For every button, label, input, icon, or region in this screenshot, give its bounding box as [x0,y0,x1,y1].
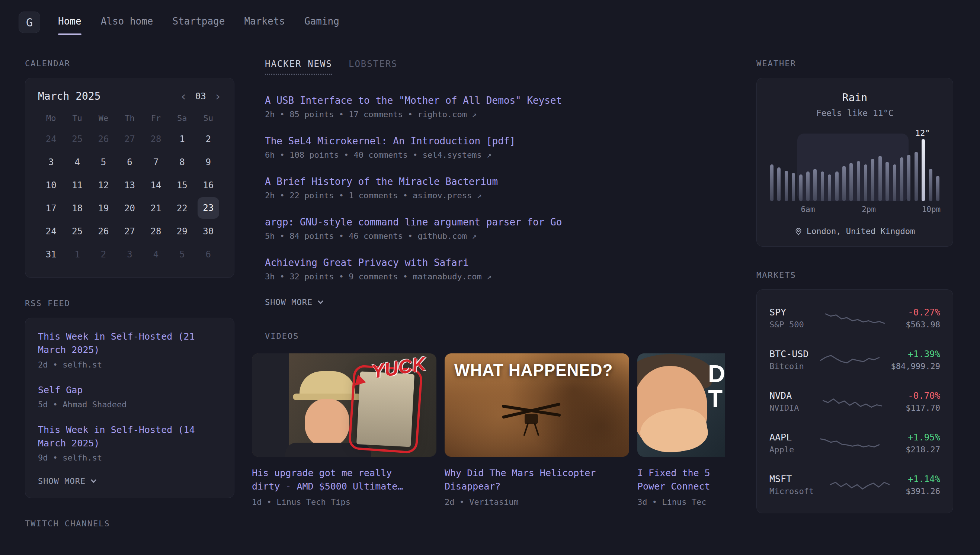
rss-widget: RSS FEED This Week in Self-Hosted (21 Ma… [25,299,234,498]
nav-tab-startpage[interactable]: Startpage [173,16,225,29]
calendar-day: 17 [38,197,64,220]
video-title[interactable]: His upgrade got me really dirty - AMD $5… [252,467,436,494]
hn-story-meta: 5h • 84 points • 46 comments • github.co… [265,231,725,241]
weather-hour-bar [785,171,788,201]
video-thumbnail: YUCK [252,353,436,457]
weather-hour-bar [907,155,910,201]
tab-lobsters[interactable]: LOBSTERS [349,59,398,74]
market-row[interactable]: MSFT Microsoft +1.14% $391.26 [770,464,940,505]
weather-hour-bar [914,152,918,201]
hn-story-meta: 2h • 85 points • 17 comments • righto.co… [265,110,725,119]
market-change: +1.14% [906,474,940,484]
calendar-day: 20 [117,197,143,220]
calendar-weekday: Sa [169,114,195,123]
nav-tab-also-home[interactable]: Also home [101,16,153,29]
hn-story-title[interactable]: Achieving Great Privacy with Safari [265,257,725,268]
video-title[interactable]: I Fixed the 5 Power Connect [637,467,725,494]
video-meta: 1d • Linus Tech Tips [252,497,436,507]
calendar-day: 1 [169,128,195,150]
calendar-day: 7 [143,151,169,173]
market-row[interactable]: AAPL Apple +1.95% $218.27 [770,422,940,464]
hn-story: argp: GNU-style command line argument pa… [265,217,725,241]
weather-location: London, United Kingdom [768,226,942,236]
rss-item-title[interactable]: Self Gap [38,383,221,397]
rss-section-label: RSS FEED [25,299,234,308]
nav-tab-home[interactable]: Home [58,16,82,29]
current-temp-label: 12° [915,128,930,138]
calendar-day: 21 [143,197,169,220]
hn-show-more-label: SHOW MORE [265,298,313,307]
video-meta: 3d • Linus Tec [637,497,725,507]
weather-condition: Rain [768,91,942,104]
rss-item: This Week in Self-Hosted (14 March 2025)… [38,423,221,463]
market-row[interactable]: BTC-USD Bitcoin +1.39% $84,999.29 [770,339,940,380]
calendar-day: 11 [64,174,90,196]
time-tick: 2pm [862,205,876,214]
thumb-art [252,353,289,457]
news-widget: HACKER NEWS LOBSTERS A USB Interface to … [265,59,725,341]
hn-story-title[interactable]: A USB Interface to the "Mother of All De… [265,95,725,106]
market-change: -0.27% [906,307,940,318]
weather-hour-bar [821,172,824,201]
center-column: HACKER NEWS LOBSTERS A USB Interface to … [252,59,725,534]
video-card[interactable]: YUCK His upgrade got me really dirty - A… [252,353,436,507]
weather-hour-bar [849,163,853,201]
market-name: NVIDIA [770,403,799,412]
weather-time-axis: 6am 2pm 10pm [768,205,942,218]
app-logo[interactable]: G [19,11,40,33]
market-price: $84,999.29 [891,362,940,371]
video-card[interactable]: WHAT HAPPENED? Why Did The Mars Helicopt… [444,353,629,507]
hn-story-meta: 2h • 22 points • 1 comments • asimov.pre… [265,191,725,200]
weather-hour-bar [929,169,932,201]
market-ticker: BTC-USD [770,348,808,359]
market-price: $117.70 [906,403,940,412]
weather-hour-bar [900,157,903,201]
rss-show-more-button[interactable]: SHOW MORE [38,476,221,486]
rss-item-title[interactable]: This Week in Self-Hosted (14 March 2025) [38,423,221,451]
market-row[interactable]: SPY S&P 500 -0.27% $563.98 [770,297,940,339]
thumb-art [300,371,355,396]
calendar-day: 29 [169,220,195,242]
market-row[interactable]: NVDA NVIDIA -0.70% $117.70 [770,380,940,422]
rss-item-title[interactable]: This Week in Self-Hosted (21 March 2025) [38,330,221,357]
top-nav: G Home Also home Startpage Markets Gamin… [0,0,980,45]
hn-story-title[interactable]: The SeL4 Microkernel: An Introduction [p… [265,135,725,146]
hn-story-title[interactable]: argp: GNU-style command line argument pa… [265,217,725,228]
market-price: $391.26 [906,486,940,496]
calendar-section-label: CALENDAR [25,59,234,68]
calendar-day: 15 [169,174,195,196]
calendar-controls: ‹ 03 › [180,90,221,102]
market-price: $563.98 [906,320,940,329]
calendar-prev-button[interactable]: ‹ [180,90,187,102]
calendar-next-button[interactable]: › [214,90,221,102]
calendar-day: 8 [169,151,195,173]
weather-hour-bar [813,169,816,201]
hn-story-title[interactable]: A Brief History of the Miracle Bacterium [265,176,725,187]
video-thumbnail: WHAT HAPPENED? [444,353,629,457]
video-card[interactable]: DO T I Fixed the 5 Power Connect 3d • Li… [637,353,725,507]
weather-hour-bar [857,161,860,201]
market-ticker: MSFT [770,473,814,484]
news-tabs: HACKER NEWS LOBSTERS [265,59,725,75]
hn-story: Achieving Great Privacy with Safari 3h •… [265,257,725,281]
calendar-day: 5 [169,243,195,266]
hn-show-more-button[interactable]: SHOW MORE [265,298,725,307]
weather-location-text: London, United Kingdom [807,226,915,236]
dashboard-content: CALENDAR March 2025 ‹ 03 › MoTuWeThFrSaS… [0,59,980,534]
calendar-month-title: March 2025 [38,90,101,102]
dashboard-page: G Home Also home Startpage Markets Gamin… [0,0,980,555]
calendar-weekday: Mo [38,114,64,123]
weather-hour-bar [922,139,925,201]
calendar-widget: CALENDAR March 2025 ‹ 03 › MoTuWeThFrSaS… [25,59,234,278]
nav-tab-gaming[interactable]: Gaming [304,16,339,29]
rss-item: Self Gap 5d • Ahmad Shadeed [38,383,221,409]
hn-story-meta: 6h • 108 points • 40 comments • sel4.sys… [265,150,725,160]
market-name: S&P 500 [770,320,804,329]
calendar-day: 28 [143,220,169,242]
nav-tab-markets[interactable]: Markets [244,16,285,29]
thumbnail-caption: DO T [708,362,725,411]
tab-hacker-news[interactable]: HACKER NEWS [265,59,332,75]
video-title[interactable]: Why Did The Mars Helicopter Disappear? [444,467,629,494]
weather-hour-bar [770,164,773,201]
video-title-line: I Fixed the 5 [637,467,725,480]
